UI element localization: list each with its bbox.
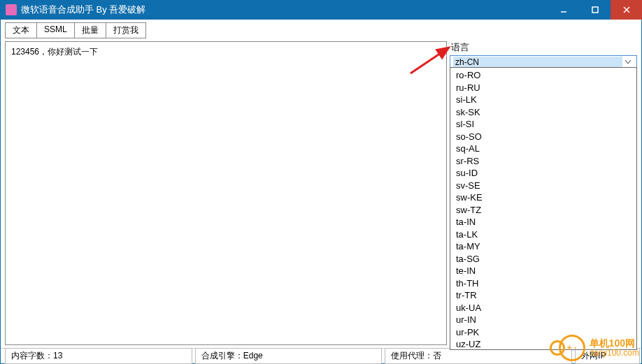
window-body: 文本 SSML 批量 打赏我 123456，你好测试一下 语言 zh-CN ro… <box>0 20 642 364</box>
dropdown-item[interactable]: sk-SK <box>453 106 634 119</box>
dropdown-item[interactable]: sl-SI <box>453 118 634 131</box>
status-proxy: 使用代理：否 <box>385 348 572 364</box>
dropdown-item[interactable]: su-ID <box>453 167 634 180</box>
dropdown-item[interactable]: ur-IN <box>453 314 634 326</box>
dropdown-item[interactable]: ru-RU <box>453 82 634 94</box>
dropdown-item[interactable]: sr-RS <box>453 155 634 168</box>
watermark: + · 单机100网 danji100.com <box>559 335 639 361</box>
tab-bar: 文本 SSML 批量 打赏我 <box>1 20 641 38</box>
tab-ssml[interactable]: SSML <box>36 22 75 38</box>
dropdown-item[interactable]: ta-MY <box>453 240 634 253</box>
dropdown-item[interactable]: uk-UA <box>453 302 634 314</box>
window-controls <box>548 0 642 20</box>
dropdown-item[interactable]: ro-RO <box>453 69 634 82</box>
svg-rect-1 <box>592 7 598 13</box>
dropdown-item[interactable]: th-TH <box>453 277 634 290</box>
text-content: 123456，你好测试一下 <box>11 47 98 57</box>
maximize-button[interactable] <box>579 0 611 20</box>
dropdown-item[interactable]: so-SO <box>453 131 634 143</box>
dropdown-item[interactable]: si-LK <box>453 94 634 106</box>
tab-donate[interactable]: 打赏我 <box>106 22 146 38</box>
content-area: 123456，你好测试一下 语言 zh-CN ro-ROru-RUsi-LKsk… <box>1 38 641 348</box>
status-engine: 合成引擎：Edge <box>195 348 383 364</box>
watermark-logo-icon: + · <box>559 335 585 361</box>
dropdown-item[interactable]: ta-LK <box>453 228 634 241</box>
language-dropdown[interactable]: ro-ROru-RUsi-LKsk-SKsl-SIso-SOsq-ALsr-RS… <box>450 67 637 350</box>
right-panel: 语言 zh-CN ro-ROru-RUsi-LKsk-SKsl-SIso-SOs… <box>450 41 637 345</box>
close-button[interactable] <box>611 0 642 20</box>
language-label: 语言 <box>450 41 637 54</box>
dropdown-item[interactable]: sv-SE <box>453 180 634 192</box>
dropdown-item[interactable]: te-IN <box>453 265 634 277</box>
dropdown-item[interactable]: sw-TZ <box>453 204 634 217</box>
tab-batch[interactable]: 批量 <box>74 22 106 38</box>
window-title: 微软语音合成助手 By 吾爱破解 <box>21 3 548 16</box>
combo-selected: zh-CN <box>453 57 622 68</box>
minimize-button[interactable] <box>548 0 579 20</box>
dropdown-item[interactable]: ta-SG <box>453 253 634 265</box>
tab-text[interactable]: 文本 <box>5 22 37 38</box>
watermark-text: 单机100网 danji100.com <box>590 338 639 358</box>
titlebar: 微软语音合成助手 By 吾爱破解 <box>0 0 642 20</box>
dropdown-item[interactable]: tr-TR <box>453 289 634 302</box>
dropdown-item[interactable]: sw-KE <box>453 191 634 204</box>
dropdown-item[interactable]: ta-IN <box>453 216 634 228</box>
chevron-down-icon <box>622 60 634 64</box>
text-input-panel[interactable]: 123456，你好测试一下 <box>5 41 447 345</box>
status-charcount: 内容字数：13 <box>5 348 192 364</box>
status-bar: 内容字数：13 合成引擎：Edge 使用代理：否 外网IP <box>1 348 641 363</box>
dropdown-item[interactable]: sq-AL <box>453 143 634 155</box>
app-icon <box>6 4 17 15</box>
